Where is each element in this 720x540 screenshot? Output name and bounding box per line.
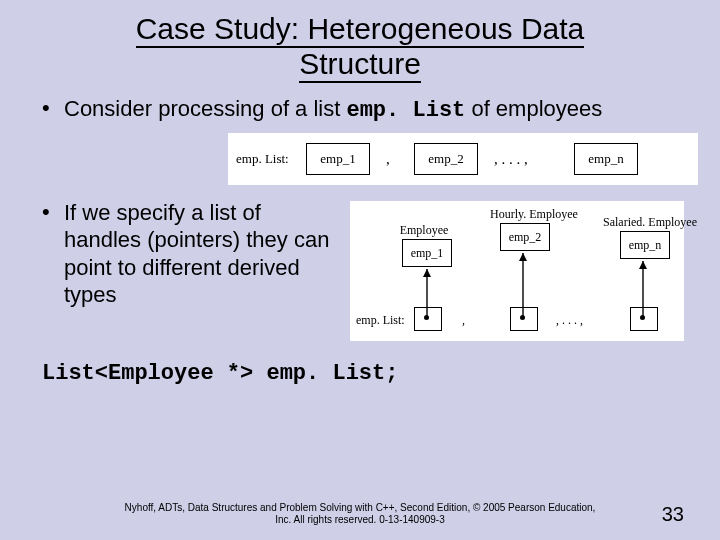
bullet-1: • Consider processing of a list emp. Lis… [42, 95, 684, 125]
slide-title: Case Study: Heterogeneous Data Structure [0, 0, 720, 85]
footer: Nyhoff, ADTs, Data Structures and Proble… [0, 502, 720, 526]
bullet1-code: emp. List [346, 98, 465, 123]
bullet-2-text: If we specify a list of handles (pointer… [64, 199, 342, 309]
bullet1-pre: Consider processing of a list [64, 96, 346, 121]
slide-body: • Consider processing of a list emp. Lis… [0, 85, 720, 341]
code-declaration: List<Employee *> emp. List; [42, 361, 720, 386]
diagram-pointers: Employee Hourly. Employee Salaried. Empl… [350, 201, 684, 341]
bullet-2: • If we specify a list of handles (point… [42, 199, 342, 309]
d1-box-2: emp_2 [414, 143, 478, 175]
bullet1-post: of employees [465, 96, 602, 121]
d1-sep2: , . . . , [494, 151, 528, 168]
page-number: 33 [662, 503, 684, 526]
bullet-marker: • [42, 95, 64, 125]
bullet-1-text: Consider processing of a list emp. List … [64, 95, 602, 125]
d2-arrows [350, 201, 684, 341]
d1-sep1: , [386, 151, 390, 168]
d1-box-1: emp_1 [306, 143, 370, 175]
bullet-marker: • [42, 199, 64, 309]
row-2: • If we specify a list of handles (point… [42, 199, 684, 341]
footer-citation: Nyhoff, ADTs, Data Structures and Proble… [0, 502, 720, 526]
title-line1: Case Study: Heterogeneous Data [136, 12, 585, 45]
d1-label: emp. List: [236, 151, 289, 167]
title-line2: Structure [299, 47, 421, 80]
d1-box-3: emp_n [574, 143, 638, 175]
diagram-array: emp. List: emp_1 , emp_2 , . . . , emp_n [228, 133, 698, 185]
